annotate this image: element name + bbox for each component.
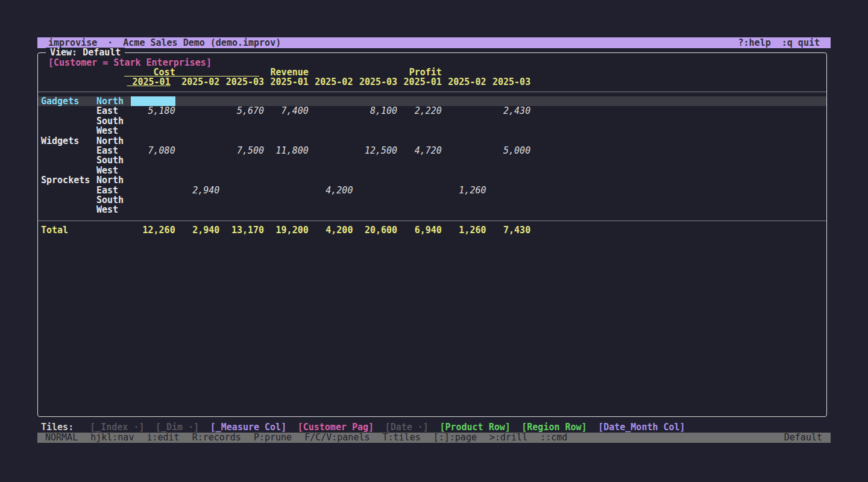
- pivot-cell[interactable]: [309, 106, 353, 116]
- pivot-cell[interactable]: [442, 195, 486, 205]
- pivot-cell[interactable]: [219, 96, 264, 106]
- pivot-cell[interactable]: [175, 106, 220, 116]
- pivot-cell[interactable]: [397, 126, 442, 136]
- pivot-cell[interactable]: [486, 96, 531, 106]
- region-label[interactable]: West: [96, 166, 131, 175]
- pivot-cell[interactable]: [442, 116, 486, 126]
- pivot-cell[interactable]: [131, 136, 175, 146]
- pivot-cell[interactable]: [486, 155, 531, 165]
- pivot-cell[interactable]: [309, 116, 353, 126]
- pivot-cell[interactable]: 2,220: [397, 106, 442, 116]
- pivot-cell[interactable]: 7,400: [264, 106, 309, 116]
- tile-product-row[interactable]: [Product Row]: [439, 422, 510, 433]
- pivot-cell[interactable]: [442, 96, 486, 106]
- pivot-cell[interactable]: [264, 136, 309, 146]
- month-header[interactable]: 2025-02: [309, 77, 353, 87]
- pivot-cell[interactable]: [353, 126, 397, 136]
- pivot-cell[interactable]: [309, 195, 353, 205]
- pivot-cell[interactable]: [309, 146, 353, 155]
- pivot-cell[interactable]: [175, 175, 220, 185]
- region-label[interactable]: East: [96, 186, 131, 195]
- product-label[interactable]: Sprockets: [38, 175, 96, 185]
- region-label[interactable]: South: [96, 155, 131, 165]
- pivot-cell[interactable]: [175, 146, 220, 155]
- product-label[interactable]: Gadgets: [38, 96, 96, 106]
- region-label[interactable]: South: [96, 116, 131, 126]
- pivot-cell[interactable]: 5,670: [219, 106, 264, 116]
- pivot-cell[interactable]: [264, 126, 309, 136]
- region-label[interactable]: North: [96, 175, 131, 185]
- pivot-cell[interactable]: [219, 166, 264, 175]
- month-header[interactable]: 2025-03: [219, 77, 264, 87]
- pivot-cell[interactable]: [353, 186, 397, 195]
- tile-customer-pag[interactable]: [Customer Pag]: [298, 422, 374, 433]
- pivot-cell[interactable]: [219, 155, 264, 165]
- tile-dim[interactable]: [_Dim ·]: [156, 422, 199, 433]
- pivot-cell[interactable]: [486, 205, 531, 214]
- month-header[interactable]: 2025-01: [397, 77, 442, 87]
- tile-region-row[interactable]: [Region Row]: [521, 422, 587, 433]
- pivot-cell[interactable]: [397, 96, 442, 106]
- pivot-cell[interactable]: [309, 136, 353, 146]
- pivot-cell[interactable]: 7,080: [131, 146, 175, 155]
- tile-date[interactable]: [Date ·]: [385, 422, 429, 433]
- pivot-cell[interactable]: [397, 116, 442, 126]
- pivot-cell[interactable]: [353, 205, 397, 214]
- pivot-cell[interactable]: [219, 205, 264, 214]
- pivot-cell[interactable]: [219, 175, 264, 185]
- pivot-cell[interactable]: [131, 155, 175, 165]
- pivot-cell[interactable]: [397, 155, 442, 165]
- pivot-cell[interactable]: [309, 175, 353, 185]
- pivot-cell[interactable]: [264, 96, 309, 106]
- pivot-cell[interactable]: 4,720: [397, 146, 442, 155]
- region-label[interactable]: South: [96, 195, 131, 205]
- pivot-cell[interactable]: [442, 155, 486, 165]
- pivot-cell[interactable]: 1,260: [442, 186, 486, 195]
- pivot-cell[interactable]: [442, 205, 486, 214]
- month-header[interactable]: 2025-02: [442, 77, 486, 87]
- measure-header-cost[interactable]: Cost: [131, 67, 264, 77]
- pivot-cell[interactable]: [131, 166, 175, 175]
- pivot-cell[interactable]: [309, 96, 353, 106]
- pivot-cell[interactable]: [486, 175, 531, 185]
- pivot-cell[interactable]: [219, 186, 264, 195]
- pivot-cell[interactable]: [175, 195, 220, 205]
- pivot-cell[interactable]: [442, 126, 486, 136]
- pivot-cell[interactable]: [397, 205, 442, 214]
- tile-index[interactable]: [_Index ·]: [90, 422, 144, 433]
- pivot-cell[interactable]: [397, 136, 442, 146]
- pivot-cell[interactable]: [486, 116, 531, 126]
- pivot-cell[interactable]: [219, 136, 264, 146]
- pivot-cell[interactable]: [486, 136, 531, 146]
- measure-header-revenue[interactable]: Revenue: [264, 67, 397, 77]
- pivot-cell[interactable]: [175, 96, 220, 106]
- pivot-cell[interactable]: [442, 175, 486, 185]
- pivot-cell[interactable]: [353, 116, 397, 126]
- pivot-cell[interactable]: [131, 186, 175, 195]
- selected-cell[interactable]: [131, 96, 175, 106]
- region-label[interactable]: North: [96, 96, 131, 106]
- pivot-cell[interactable]: 2,430: [486, 106, 531, 116]
- region-label[interactable]: East: [96, 106, 131, 116]
- pivot-cell[interactable]: [131, 126, 175, 136]
- region-label[interactable]: East: [96, 146, 131, 155]
- pivot-cell[interactable]: 8,100: [353, 106, 397, 116]
- pivot-cell[interactable]: [175, 126, 220, 136]
- pivot-cell[interactable]: [353, 175, 397, 185]
- pivot-cell[interactable]: [309, 166, 353, 175]
- month-header[interactable]: 2025-03: [486, 77, 531, 87]
- month-header[interactable]: 2025-01: [131, 77, 175, 87]
- month-header[interactable]: 2025-01: [264, 77, 309, 87]
- pivot-cell[interactable]: [397, 166, 442, 175]
- pivot-cell[interactable]: 12,500: [353, 146, 397, 155]
- pivot-cell[interactable]: [397, 195, 442, 205]
- month-header[interactable]: 2025-02: [175, 77, 220, 87]
- pivot-cell[interactable]: [175, 155, 220, 165]
- region-label[interactable]: West: [96, 126, 131, 136]
- pivot-cell[interactable]: [219, 116, 264, 126]
- month-header[interactable]: 2025-03: [353, 77, 397, 87]
- pivot-cell[interactable]: [353, 155, 397, 165]
- pivot-cell[interactable]: [264, 195, 309, 205]
- pivot-cell[interactable]: 7,500: [219, 146, 264, 155]
- pivot-cell[interactable]: [442, 136, 486, 146]
